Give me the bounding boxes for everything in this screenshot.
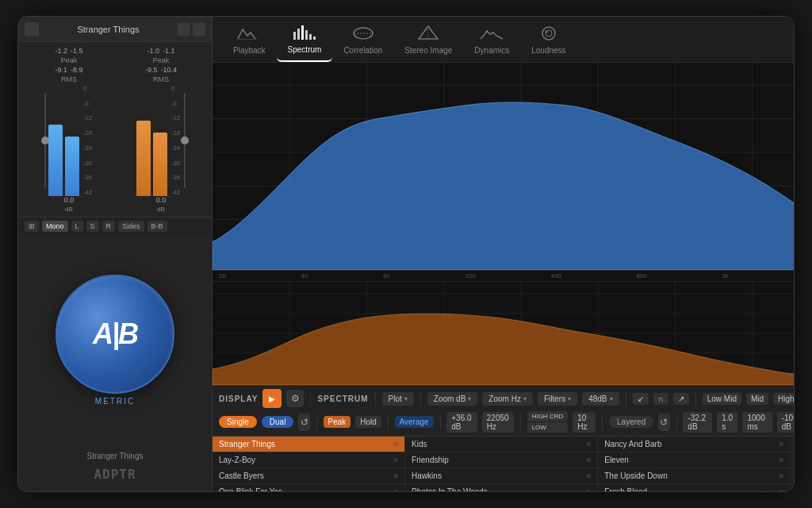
meter-bar-l <box>48 125 63 196</box>
track-menu-5[interactable]: ≡ <box>586 440 591 448</box>
track-menu-7[interactable]: ≡ <box>586 471 591 480</box>
plot-dropdown[interactable]: Plot ▾ <box>382 392 414 406</box>
playlist-track-nancy[interactable]: Nancy And Barb ≡ <box>598 437 790 452</box>
ctrl-mono[interactable]: Mono <box>42 221 68 232</box>
filters-dropdown[interactable]: Filters ▾ <box>538 392 577 406</box>
db-level-dropdown[interactable]: 48dB ▾ <box>582 392 619 406</box>
playlist-track-hawkins[interactable]: Hawkins ≡ <box>405 468 597 484</box>
hold-btn[interactable]: Hold <box>355 416 381 428</box>
freq-40: 40 <box>301 272 308 279</box>
refresh-btn2[interactable]: ↺ <box>658 414 669 431</box>
playlist-track-eleven[interactable]: Eleven ≡ <box>598 452 790 468</box>
hz-low-val[interactable]: 10 Hz <box>573 412 596 433</box>
playlist-col-1: Stranger Things ≡ Lay-Z-Boy ≡ Castle Bye… <box>213 437 405 492</box>
nav-playback[interactable]: Playback <box>222 17 277 61</box>
playlist-track-fresh-blood[interactable]: Fresh Blood ≡ <box>598 484 790 492</box>
ctrl-link[interactable]: B-B <box>147 221 167 232</box>
right-panel: Playback Spectrum <box>213 17 795 491</box>
nav-dynamics[interactable]: Dynamics <box>463 17 520 61</box>
right-slider[interactable] <box>184 85 186 196</box>
right-rms-values: -9.5 -10.4 <box>145 66 177 74</box>
playlist-track-upside-down[interactable]: The Upside Down ≡ <box>598 468 790 484</box>
avg-db-val[interactable]: -32.2 dB <box>683 412 712 433</box>
playlist-col-4: This Isn't You ≡ A Kiss ≡ After Sarah ≡ … <box>791 437 795 492</box>
filter-btn-3[interactable]: ↗ <box>673 393 689 405</box>
track-menu-1[interactable]: ≡ <box>393 440 398 448</box>
freq-axis: 20 40 80 200 400 800 2k 4k 8k 20k <box>213 271 795 282</box>
hold-time-val[interactable]: 1.0 s <box>717 412 737 433</box>
nav-stereo-image[interactable]: Stereo Image <box>393 17 463 61</box>
ab-circle-area: A|B METRIC <box>18 235 212 445</box>
track-name-5: Kids <box>412 440 583 448</box>
track-menu-8[interactable]: ≡ <box>586 487 591 492</box>
freq-800: 800 <box>636 272 646 279</box>
track-menu-9[interactable]: ≡ <box>779 440 783 448</box>
left-panel: Stranger Things -1.2 -1.5 Peak -9.1 -8.9 <box>18 17 213 491</box>
track-menu-6[interactable]: ≡ <box>586 456 591 464</box>
controls-row1: DISPLAY ▶ ⚙ SPECTRUM Plot ▾ Zoom dB ▾ <box>219 389 795 408</box>
left-slider[interactable] <box>44 85 46 196</box>
playlist-track-lamps[interactable]: Lamps ≡ <box>791 484 795 492</box>
playlist-track-a-kiss[interactable]: A Kiss ≡ <box>791 452 795 468</box>
left-toggle-btn[interactable] <box>25 22 39 37</box>
zoom-hz-dropdown[interactable]: Zoom Hz ▾ <box>482 392 533 406</box>
btn-window1[interactable] <box>178 23 190 36</box>
ctrl-s[interactable]: S <box>86 221 99 232</box>
meters-area: -1.2 -1.5 Peak -9.1 -8.9 RMS <box>18 42 212 217</box>
track-menu-11[interactable]: ≡ <box>779 471 783 480</box>
track-menu-12[interactable]: ≡ <box>779 487 783 492</box>
right-db-label: dB <box>157 206 165 213</box>
ctrl-icon-left[interactable]: ⊞ <box>25 221 39 232</box>
playlist-track-castle-byers[interactable]: Castle Byers ≡ <box>213 468 404 484</box>
filter-btn-1[interactable]: ↙ <box>633 393 649 405</box>
ctrl-sides[interactable]: Sides <box>118 221 144 232</box>
max-db-val[interactable]: -100.0 dB <box>777 412 795 433</box>
nav-spectrum[interactable]: Spectrum <box>277 17 333 62</box>
dual-view-btn[interactable]: Dual <box>262 416 294 428</box>
nav-loudness[interactable]: Loudness <box>520 17 576 61</box>
playlist-track-kids[interactable]: Kids ≡ <box>405 437 597 452</box>
filter-btn-2[interactable]: ∩ <box>653 393 668 405</box>
gear-button[interactable]: ⚙ <box>286 390 304 407</box>
main-container: Stranger Things -1.2 -1.5 Peak -9.1 -8.9 <box>17 16 795 492</box>
ctrl-r[interactable]: R <box>102 221 116 232</box>
playlist-track-friendship[interactable]: Friendship ≡ <box>405 452 597 468</box>
controls-row2: Single Dual ↺ Peak Hold Average +36.0 dB… <box>219 411 795 433</box>
track-menu-10[interactable]: ≡ <box>779 456 783 464</box>
playlist-track-this-isnt-you[interactable]: This Isn't You ≡ <box>791 437 795 452</box>
peak-r-val: -1.5 <box>71 47 83 55</box>
layered-view-btn[interactable]: Layered <box>609 416 653 428</box>
rms-label: RMS <box>61 75 77 83</box>
peak-db-val[interactable]: +36.0 dB <box>446 412 477 433</box>
playlist-track-one-blink[interactable]: One Blink For Yes ≡ <box>213 484 404 492</box>
play-button[interactable]: ▶ <box>262 389 282 408</box>
refresh-btn1[interactable]: ↺ <box>298 414 309 431</box>
single-view-btn[interactable]: Single <box>219 416 257 428</box>
ab-circle-button[interactable]: A|B <box>56 275 174 394</box>
divider7 <box>388 414 389 430</box>
right-btns <box>178 23 205 36</box>
nav-playback-label: Playback <box>233 46 266 55</box>
ctrl-l[interactable]: L <box>71 221 83 232</box>
hz-high-val[interactable]: 22050 Hz <box>482 412 514 433</box>
spectrum-bottom-svg: 24 0 -24 -48 -72 <box>213 282 795 385</box>
high-btn[interactable]: High <box>773 393 795 405</box>
average-btn[interactable]: Average <box>395 416 434 428</box>
playlist-track-stranger-things[interactable]: Stranger Things ≡ <box>213 437 404 452</box>
spectrum-top: 24 0 -24 -48 -72 -96 <box>213 63 795 271</box>
zoom-db-dropdown[interactable]: Zoom dB ▾ <box>427 392 478 406</box>
playback-icon <box>236 24 262 43</box>
peak-btn[interactable]: Peak <box>324 416 351 428</box>
btn-window2[interactable] <box>193 23 205 36</box>
low-mid-btn[interactable]: Low Mid <box>703 393 741 405</box>
track-menu-2[interactable]: ≡ <box>393 456 398 464</box>
avg-time-val[interactable]: 1000 ms <box>742 412 772 433</box>
playlist-track-lay-z-boy[interactable]: Lay-Z-Boy ≡ <box>213 452 404 468</box>
rms-r-val: -8.9 <box>71 66 83 74</box>
playlist-track-photos[interactable]: Photos In The Woods ≡ <box>405 484 597 492</box>
track-menu-3[interactable]: ≡ <box>393 471 398 480</box>
nav-correlation[interactable]: Correlation <box>332 17 393 61</box>
track-menu-4[interactable]: ≡ <box>393 487 398 492</box>
playlist-track-after-sarah[interactable]: After Sarah ≡ <box>791 468 795 484</box>
mid-btn[interactable]: Mid <box>746 393 768 405</box>
